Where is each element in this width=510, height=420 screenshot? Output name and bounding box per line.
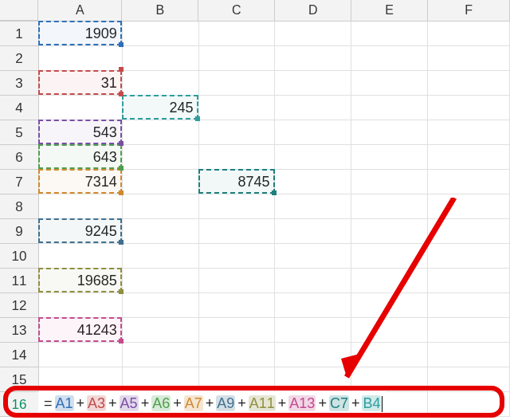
cell-C12[interactable] [199, 293, 276, 318]
cell-B14[interactable] [123, 343, 199, 367]
cell-A12[interactable] [39, 293, 123, 318]
cell-B4[interactable]: 245 [123, 96, 199, 120]
cell-F9[interactable] [428, 219, 510, 244]
cell-F5[interactable] [428, 120, 510, 145]
cell-D9[interactable] [275, 219, 351, 244]
cell-E13[interactable] [351, 318, 428, 343]
cell-B10[interactable] [123, 244, 199, 269]
row-header-16[interactable]: 16 [0, 392, 39, 417]
column-header-E[interactable]: E [351, 0, 428, 21]
cell-E7[interactable] [351, 170, 428, 194]
cell-C2[interactable] [199, 46, 276, 71]
cell-F4[interactable] [428, 96, 510, 120]
row-header-14[interactable]: 14 [0, 343, 39, 367]
cell-A3[interactable]: 31 [39, 71, 123, 96]
cell-D8[interactable] [275, 194, 351, 219]
cell-E5[interactable] [351, 120, 428, 145]
row-header-7[interactable]: 7 [0, 170, 39, 194]
cell-A14[interactable] [39, 343, 123, 367]
cell-B2[interactable] [123, 46, 199, 71]
cell-D10[interactable] [275, 244, 351, 269]
cell-A8[interactable] [39, 194, 123, 219]
cell-A6[interactable]: 643 [39, 145, 123, 170]
cell-E2[interactable] [351, 46, 428, 71]
cell-D13[interactable] [275, 318, 351, 343]
row-header-15[interactable]: 15 [0, 367, 39, 392]
cell-B3[interactable] [123, 71, 199, 96]
cell-B9[interactable] [123, 219, 199, 244]
cell-F1[interactable] [428, 22, 510, 46]
cell-B7[interactable] [123, 170, 199, 194]
row-header-2[interactable]: 2 [0, 46, 39, 71]
cell-A5[interactable]: 543 [39, 120, 123, 145]
cell-A7[interactable]: 7314 [39, 170, 123, 194]
cell-E1[interactable] [351, 22, 428, 46]
cell-A1[interactable]: 1909 [39, 22, 123, 46]
cell-C1[interactable] [199, 22, 276, 46]
cell-A4[interactable] [39, 96, 123, 120]
cell-E14[interactable] [351, 343, 428, 367]
cell-E15[interactable] [351, 367, 428, 392]
cell-D14[interactable] [275, 343, 351, 367]
cell-C8[interactable] [199, 194, 276, 219]
row-header-9[interactable]: 9 [0, 219, 39, 244]
cell-C10[interactable] [199, 244, 276, 269]
cell-D5[interactable] [275, 120, 351, 145]
cell-D3[interactable] [275, 71, 351, 96]
cell-B1[interactable] [123, 22, 199, 46]
cell-D1[interactable] [275, 22, 351, 46]
select-all-corner[interactable] [0, 0, 38, 21]
cell-A11[interactable]: 19685 [39, 269, 123, 293]
cell-F16[interactable] [428, 392, 510, 417]
row-header-5[interactable]: 5 [0, 120, 39, 145]
column-header-C[interactable]: C [198, 0, 275, 21]
cell-C6[interactable] [199, 145, 276, 170]
cell-F10[interactable] [428, 244, 510, 269]
cell-B12[interactable] [123, 293, 199, 318]
cell-F3[interactable] [428, 71, 510, 96]
cell-F8[interactable] [428, 194, 510, 219]
cell-C4[interactable] [199, 96, 276, 120]
cell-B6[interactable] [123, 145, 199, 170]
row-header-1[interactable]: 1 [0, 22, 39, 46]
row-header-4[interactable]: 4 [0, 96, 39, 120]
cell-C9[interactable] [199, 219, 276, 244]
cell-E9[interactable] [351, 219, 428, 244]
cell-C13[interactable] [199, 318, 276, 343]
cell-B15[interactable] [123, 367, 199, 392]
cell-B11[interactable] [123, 269, 199, 293]
cell-E6[interactable] [351, 145, 428, 170]
cell-C3[interactable] [199, 71, 276, 96]
cell-C15[interactable] [199, 367, 276, 392]
row-header-13[interactable]: 13 [0, 318, 39, 343]
cell-F15[interactable] [428, 367, 510, 392]
cell-E8[interactable] [351, 194, 428, 219]
column-header-A[interactable]: A [38, 0, 122, 21]
cell-D7[interactable] [275, 170, 351, 194]
row-header-8[interactable]: 8 [0, 194, 39, 219]
cell-E10[interactable] [351, 244, 428, 269]
row-header-11[interactable]: 11 [0, 269, 39, 293]
cell-A10[interactable] [39, 244, 123, 269]
cell-F7[interactable] [428, 170, 510, 194]
cell-D12[interactable] [275, 293, 351, 318]
cell-F11[interactable] [428, 269, 510, 293]
row-header-12[interactable]: 12 [0, 293, 39, 318]
cell-F12[interactable] [428, 293, 510, 318]
column-header-D[interactable]: D [275, 0, 351, 21]
cell-D11[interactable] [275, 269, 351, 293]
cell-E12[interactable] [351, 293, 428, 318]
cell-A15[interactable] [39, 367, 123, 392]
cell-F6[interactable] [428, 145, 510, 170]
cell-F2[interactable] [428, 46, 510, 71]
cell-E3[interactable] [351, 71, 428, 96]
cell-F14[interactable] [428, 343, 510, 367]
cell-C5[interactable] [199, 120, 276, 145]
cell-F13[interactable] [428, 318, 510, 343]
cell-E4[interactable] [351, 96, 428, 120]
cell-A13[interactable]: 41243 [39, 318, 123, 343]
cell-C7[interactable]: 8745 [199, 170, 276, 194]
cell-D4[interactable] [275, 96, 351, 120]
cell-C11[interactable] [199, 269, 276, 293]
cell-D2[interactable] [275, 46, 351, 71]
